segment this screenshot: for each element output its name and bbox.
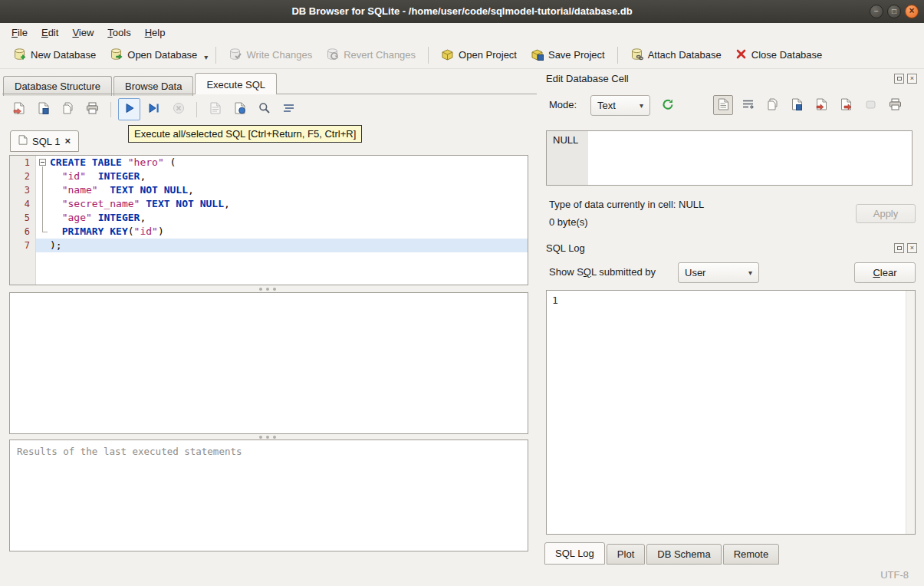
cell-print-button[interactable] xyxy=(885,95,905,115)
tab-db-schema[interactable]: DB Schema xyxy=(646,544,721,565)
encoding-status: UTF-8 xyxy=(880,569,909,581)
dock-float-icon[interactable] xyxy=(894,74,904,84)
sql-find-replace-button[interactable] xyxy=(253,98,275,120)
menu-edit[interactable]: Edit xyxy=(35,25,65,41)
close-button[interactable]: × xyxy=(905,5,919,18)
sql-format-button[interactable] xyxy=(278,98,300,120)
close-database-button[interactable]: Close Database xyxy=(728,45,830,65)
title-bar: DB Browser for SQLite - /home/user/code/… xyxy=(0,0,924,23)
app-window: DB Browser for SQLite - /home/user/code/… xyxy=(0,0,924,586)
results-message-panel: Results of the last executed statements xyxy=(9,440,528,551)
sql-tab-close-icon[interactable]: × xyxy=(64,137,71,146)
dock-close-icon[interactable]: × xyxy=(907,243,917,253)
sql-stop-button[interactable] xyxy=(167,98,189,120)
save-blue-icon xyxy=(791,98,803,113)
sql-toolbar xyxy=(8,98,300,120)
cell-auto-mode-button[interactable] xyxy=(658,95,678,115)
dock-close-icon[interactable]: × xyxy=(907,74,917,84)
cell-export-button[interactable] xyxy=(836,95,856,115)
code-line: 3 "name" TEXT NOT NULL, xyxy=(10,183,528,197)
tab-execute-sql[interactable]: Execute SQL xyxy=(195,73,277,94)
show-sql-label: Show SQL submitted by xyxy=(549,266,656,278)
sql-execute-all-button[interactable] xyxy=(118,98,140,120)
mode-label: Mode: xyxy=(549,99,577,110)
code-line: 6 PRIMARY KEY("id") xyxy=(10,225,528,239)
open-database-dropdown[interactable]: ▾ xyxy=(204,47,210,63)
menu-file[interactable]: File xyxy=(5,25,35,41)
toolbar-separator xyxy=(428,47,429,64)
cell-editor-icon-bar xyxy=(713,95,905,115)
open-project-icon xyxy=(441,48,454,63)
save-project-button[interactable]: Save Project xyxy=(524,44,612,66)
sql-file-icon xyxy=(18,135,28,147)
sql-save-as-button[interactable] xyxy=(57,98,79,120)
results-grid-panel xyxy=(9,292,528,434)
mode-combo[interactable]: Text ▾ xyxy=(590,95,650,116)
sql-toolbar-separator xyxy=(110,102,111,117)
refresh-green-icon xyxy=(662,98,674,113)
copy-icon xyxy=(767,98,778,113)
save-project-icon xyxy=(531,48,544,63)
splitter-handle[interactable] xyxy=(259,436,262,439)
sql-execute-line-button[interactable] xyxy=(143,98,165,120)
sql-save-file-button[interactable] xyxy=(32,98,54,120)
execute-line-icon xyxy=(148,103,159,116)
sql-save-file-icon xyxy=(38,102,50,117)
menu-help[interactable]: Help xyxy=(138,25,173,41)
write-changes-button[interactable]: Write Changes xyxy=(222,44,319,66)
cell-copy-button[interactable] xyxy=(762,95,782,115)
main-toolbar: New Database Open Database ▾ Write Chang… xyxy=(0,41,924,69)
import-icon xyxy=(816,98,827,113)
main-tab-bar: Database Structure Browse Data Execute S… xyxy=(3,73,278,94)
code-line-current: 7 ); xyxy=(10,239,528,252)
sql-open-file-icon xyxy=(13,102,25,117)
revert-changes-button[interactable]: Revert Changes xyxy=(319,44,423,66)
clear-button[interactable]: Clear xyxy=(854,262,916,283)
sql-editor[interactable]: 1 CREATE TABLE "hero" ( 2 "id" INTEGER, … xyxy=(9,155,528,285)
log-scrollbar[interactable] xyxy=(906,291,915,534)
sql-log-dock-header: SQL Log × xyxy=(543,240,920,255)
menu-bar: File Edit View Tools Help xyxy=(0,23,924,41)
apply-button[interactable]: Apply xyxy=(856,204,916,223)
open-database-button[interactable]: Open Database xyxy=(103,44,204,66)
tab-remote[interactable]: Remote xyxy=(723,544,780,565)
submitted-by-combo[interactable]: User ▾ xyxy=(678,262,759,283)
tooltip: Execute all/selected SQL [Ctrl+Return, F… xyxy=(128,125,362,143)
write-changes-icon xyxy=(229,48,242,63)
code-line: 2 "id" INTEGER, xyxy=(10,170,528,183)
cell-import-button[interactable] xyxy=(811,95,831,115)
maximize-button[interactable]: □ xyxy=(887,5,901,18)
sql-print-button[interactable] xyxy=(81,98,104,120)
splitter-handle[interactable] xyxy=(259,288,262,291)
open-project-button[interactable]: Open Project xyxy=(434,44,524,66)
attach-database-button[interactable]: Attach Database xyxy=(623,44,728,66)
word-wrap-icon xyxy=(742,99,754,112)
text-document-icon xyxy=(718,98,729,113)
execute-all-icon xyxy=(124,103,135,116)
sql-save-results-button[interactable] xyxy=(204,98,226,120)
dock-float-icon[interactable] xyxy=(894,243,904,253)
cell-word-wrap-button[interactable] xyxy=(738,95,758,115)
cell-value-editor[interactable]: NULL xyxy=(546,130,912,186)
menu-tools[interactable]: Tools xyxy=(100,25,137,41)
cell-set-null-button[interactable] xyxy=(860,95,880,115)
code-line: 4 "secret_name" TEXT NOT NULL, xyxy=(10,197,528,211)
sql-save-as-icon xyxy=(62,102,74,117)
attach-database-icon xyxy=(630,48,643,63)
new-database-button[interactable]: New Database xyxy=(6,44,103,66)
sql-tab-label: SQL 1 xyxy=(32,136,60,147)
cell-save-button[interactable] xyxy=(787,95,807,115)
toolbar-separator xyxy=(617,47,618,64)
tab-sql-log[interactable]: SQL Log xyxy=(544,542,605,565)
minimize-button[interactable]: − xyxy=(870,5,883,18)
cell-text-view-button[interactable] xyxy=(713,95,733,115)
window-controls: − □ × xyxy=(870,5,919,18)
sql-export-button[interactable] xyxy=(229,98,251,120)
menu-view[interactable]: View xyxy=(65,25,100,41)
sql-tab[interactable]: SQL 1 × xyxy=(10,130,79,152)
sql-open-file-button[interactable] xyxy=(8,98,30,120)
sql-log-view[interactable]: 1 xyxy=(546,290,916,535)
fold-marker-icon[interactable] xyxy=(39,159,46,166)
tab-plot[interactable]: Plot xyxy=(607,544,645,565)
edit-cell-dock-header: Edit Database Cell × xyxy=(543,71,920,86)
